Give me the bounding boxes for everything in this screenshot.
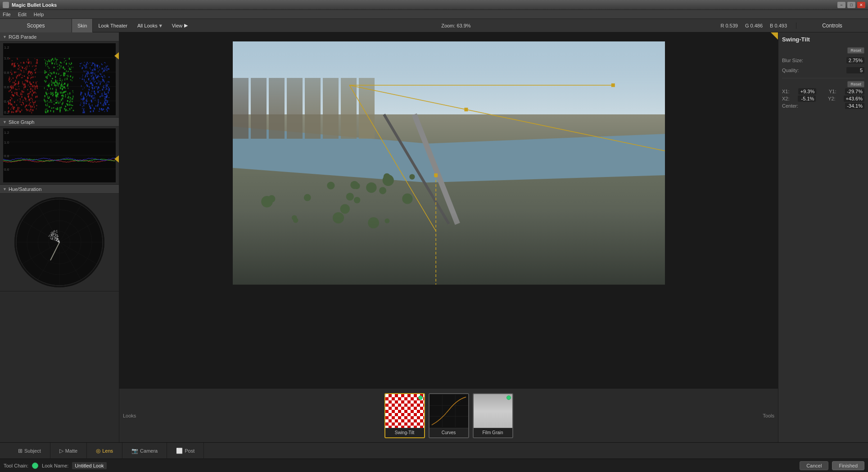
quality-row: Quality: 5 xyxy=(782,67,864,73)
rgb-parade-indicator xyxy=(114,52,119,59)
tab-subject[interactable]: ⊞ Subject xyxy=(9,443,50,459)
slice-graph-collapse-icon: ▼ xyxy=(3,120,7,124)
viewport-container xyxy=(119,32,778,388)
tool-strip: Looks Swing-Tilt xyxy=(119,388,778,442)
menu-edit[interactable]: Edit xyxy=(18,12,27,17)
matte-icon: ▷ xyxy=(59,448,63,454)
top-toolbar: Scopes Skin Look Theater All Looks ▼ Vie… xyxy=(0,19,868,32)
post-icon: ⬜ xyxy=(176,448,183,454)
rgb-parade-canvas xyxy=(3,43,116,115)
dropdown-arrow-icon: ▼ xyxy=(158,23,164,29)
quality-value: 5 xyxy=(846,67,864,73)
slice-graph-section: ▼ Slice Graph xyxy=(0,118,119,185)
blur-size-row: Blur Size: 2.75% xyxy=(782,57,864,64)
y2-label: Y2: xyxy=(828,96,836,101)
film-grain-thumbnail xyxy=(474,394,512,428)
tab-camera[interactable]: 📷 Camera xyxy=(122,443,167,459)
position-controls: Reset X1: +9.3% Y1: -29.7% X2: -5.1% Y2:… xyxy=(782,78,864,110)
film-grain-label: Film Grain xyxy=(474,428,512,437)
g-value: G 0.486 xyxy=(745,23,763,28)
center-label: Center: xyxy=(782,103,798,109)
x2-value: -5.1% xyxy=(798,95,816,102)
preview-canvas xyxy=(233,41,665,285)
close-button[interactable]: ✕ xyxy=(857,2,865,8)
svg-rect-0 xyxy=(429,395,468,427)
reset-row-2: Reset xyxy=(782,81,864,87)
main-layout: ▼ RGB Parade ▼ Slice Graph ▼ Hue/Sat xyxy=(0,32,868,442)
b-value: B 0.493 xyxy=(770,23,787,28)
app-icon xyxy=(3,2,9,8)
skin-button[interactable]: Skin xyxy=(72,19,93,32)
swing-tilt-power-indicator xyxy=(418,395,423,400)
menu-bar: File Edit Help xyxy=(0,10,868,19)
view-button[interactable]: View ▶ xyxy=(168,19,192,32)
camera-icon: 📷 xyxy=(131,448,138,454)
reset-button-2[interactable]: Reset xyxy=(847,81,864,87)
look-theater-button[interactable]: Look Theater xyxy=(93,19,133,32)
quality-label: Quality: xyxy=(782,68,799,73)
view-label: View xyxy=(172,23,183,28)
menu-file[interactable]: File xyxy=(3,12,11,17)
x1-y1-row: X1: +9.3% Y1: -29.7% xyxy=(782,88,864,95)
corner-indicator xyxy=(771,32,778,40)
slice-graph-label: Slice Graph xyxy=(9,119,34,125)
center-value: -34.1% xyxy=(845,103,864,109)
hue-sat-header[interactable]: ▼ Hue/Saturation xyxy=(0,185,119,194)
tab-lens[interactable]: ◎ Lens xyxy=(87,443,122,459)
hue-sat-section: ▼ Hue/Saturation xyxy=(0,185,119,291)
rgb-parade-header[interactable]: ▼ RGB Parade xyxy=(0,32,119,41)
slice-graph-header[interactable]: ▼ Slice Graph xyxy=(0,118,119,127)
center-panel: Looks Swing-Tilt xyxy=(119,32,778,442)
title-bar-left: Magic Bullet Looks xyxy=(3,2,57,8)
rgb-display: R 0.539 G 0.486 B 0.493 xyxy=(720,23,787,28)
x2-y2-row: X2: -5.1% Y2: +43.6% xyxy=(782,95,864,102)
hue-sat-collapse-icon: ▼ xyxy=(3,187,7,191)
hue-sat-canvas xyxy=(14,197,104,287)
window-controls: − □ ✕ xyxy=(837,2,865,8)
look-name-label: Look Name: xyxy=(42,463,68,468)
y1-label: Y1: xyxy=(829,89,836,94)
looks-panel-label: Looks xyxy=(123,413,136,418)
post-tab-label: Post xyxy=(185,448,194,454)
tool-card-curves[interactable]: Curves xyxy=(429,393,469,438)
x1-label: X1: xyxy=(782,89,790,94)
y1-value: -29.7% xyxy=(845,88,864,95)
app-title: Magic Bullet Looks xyxy=(12,2,57,8)
all-looks-button[interactable]: All Looks ▼ xyxy=(133,19,168,32)
tool-card-swing-tilt[interactable]: Swing-Tilt xyxy=(384,393,425,438)
y2-value: +43.6% xyxy=(844,95,864,102)
minimize-button[interactable]: − xyxy=(837,2,845,8)
matte-tab-label: Matte xyxy=(65,448,78,454)
all-looks-label: All Looks xyxy=(137,23,158,28)
status-bar-right: Cancel Finished xyxy=(800,461,864,470)
tab-post[interactable]: ⬜ Post xyxy=(167,443,204,459)
tools-panel-label: Tools xyxy=(763,413,774,418)
blur-size-value: 2.75% xyxy=(846,57,864,64)
controls-title: Swing-Tilt xyxy=(782,36,864,43)
slice-graph-canvas xyxy=(3,128,116,182)
look-name-field[interactable]: Untitled Look xyxy=(72,462,106,469)
tool-chain-power-button[interactable] xyxy=(32,463,38,469)
play-icon: ▶ xyxy=(184,23,188,28)
finished-button[interactable]: Finished xyxy=(832,461,864,470)
camera-tab-label: Camera xyxy=(140,448,158,454)
tab-matte[interactable]: ▷ Matte xyxy=(50,443,87,459)
scopes-button[interactable]: Scopes xyxy=(0,19,72,32)
scopes-panel: ▼ RGB Parade ▼ Slice Graph ▼ Hue/Sat xyxy=(0,32,119,442)
curves-thumbnail xyxy=(429,394,468,428)
controls-panel-label: Controls xyxy=(796,23,868,29)
tool-card-film-grain[interactable]: Film Grain xyxy=(473,393,513,438)
title-bar: Magic Bullet Looks − □ ✕ xyxy=(0,0,868,10)
center-row: Center: -34.1% xyxy=(782,103,864,109)
tool-tabs-bar: ⊞ Subject ▷ Matte ◎ Lens 📷 Camera ⬜ Post xyxy=(0,442,868,458)
tool-chain-label: Tool Chain: xyxy=(4,463,28,468)
cancel-button[interactable]: Cancel xyxy=(800,461,828,470)
hue-sat-label: Hue/Saturation xyxy=(9,186,41,192)
film-grain-power-indicator xyxy=(506,395,511,400)
reset-button-1[interactable]: Reset xyxy=(847,47,864,54)
rgb-parade-section: ▼ RGB Parade xyxy=(0,32,119,118)
menu-help[interactable]: Help xyxy=(34,12,44,17)
rgb-parade-collapse-icon: ▼ xyxy=(3,35,7,39)
blur-size-label: Blur Size: xyxy=(782,58,803,63)
maximize-button[interactable]: □ xyxy=(847,2,855,8)
